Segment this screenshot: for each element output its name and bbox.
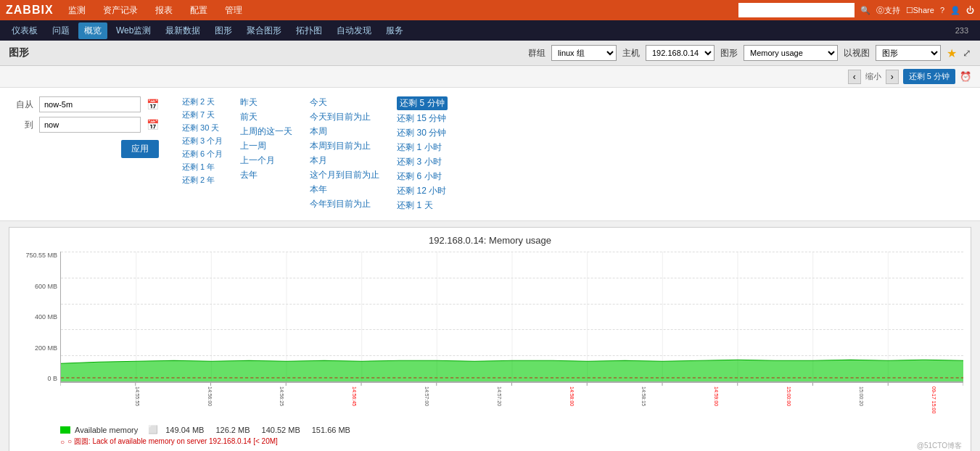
quick-links-col3: 今天 今天到目前为止 本周 本周到目前为止 本月 这个月到目前为止 本年 今年到… [310,96,379,212]
view-select[interactable]: 图形 [876,45,941,61]
x-label-6: 14:57:20 [497,386,502,406]
quick-link-year-so-far[interactable]: 今年到目前为止 [310,198,379,210]
datetime-section: 自从 📅 到 📅 应用 还剩 2 天 还剩 7 天 还剩 30 天 还剩 3 个… [0,88,980,221]
chart-title: 192.168.0.14: Memory usage [17,235,963,246]
top-nav-assets[interactable]: 资产记录 [100,3,141,18]
quick-link-month-so-far[interactable]: 这个月到目前为止 [310,169,379,181]
app-logo: ZABBIX [6,4,54,17]
warning-text: ○ 圆圆: Lack of available memory on server… [67,436,278,447]
quick-link-15min[interactable]: 还剩 15 分钟 [397,112,447,125]
quick-links-col4: 还剩 5 分钟 还剩 15 分钟 还剩 30 分钟 还剩 1 小时 还剩 3 小… [397,96,447,212]
to-calendar-icon[interactable]: 📅 [147,119,159,131]
nav-overview[interactable]: 概览 [78,22,107,39]
quick-link-12hours[interactable]: 还剩 12 小时 [397,185,447,197]
y-label-bottom: 0 B [47,375,57,382]
x-label-9: 14:59:00 [714,386,719,406]
active-period-btn[interactable]: 还剩 5 分钟 [903,69,955,84]
favorite-icon[interactable]: ★ [947,46,957,60]
prev-time-btn[interactable]: ‹ [848,70,861,84]
quick-link-2years[interactable]: 还剩 2 年 [182,175,223,186]
global-search-input[interactable] [738,3,855,17]
quick-link-5min[interactable]: 还剩 5 分钟 [397,96,447,110]
expand-icon[interactable]: ⤢ [963,47,971,59]
from-row: 自从 📅 [12,96,159,112]
grid-h-20 [61,278,963,278]
top-bar-right: 🔍 ⓪支持 ☐Share ? 👤 ⏻ [738,3,974,17]
search-icon[interactable]: 🔍 [860,6,870,15]
from-input[interactable] [39,96,141,112]
from-calendar-icon[interactable]: 📅 [147,99,159,110]
top-nav-report[interactable]: 报表 [152,3,176,18]
from-label: 自从 [12,99,33,111]
x-label-5: 14:57:00 [424,386,429,406]
quick-link-last-year[interactable]: 去年 [240,169,292,181]
quick-link-last-month[interactable]: 上一个月 [240,154,292,167]
y-label-600: 600 MB [35,283,57,290]
quick-link-30min[interactable]: 还剩 30 分钟 [397,127,447,139]
legend-color-available [60,426,70,434]
quick-link-today-so-far[interactable]: 今天到目前为止 [310,111,379,123]
quick-link-30days[interactable]: 还剩 30 天 [182,123,223,133]
quick-link-1day[interactable]: 还剩 1 天 [397,199,447,212]
group-select[interactable]: linux 组 [551,45,617,61]
second-nav-bar: 仪表板 问题 概览 Web监测 最新数据 图形 聚合图形 拓扑图 自动发现 服务… [0,20,980,41]
top-nav-config[interactable]: 配置 [187,3,210,18]
host-label: 主机 [622,47,640,59]
nav-service[interactable]: 服务 [380,22,409,39]
top-nav-monitor[interactable]: 监测 [65,3,88,18]
quick-link-this-year[interactable]: 本年 [310,183,379,196]
top-nav-admin[interactable]: 管理 [222,3,245,18]
grid-h-40 [61,304,963,305]
quick-link-1year[interactable]: 还剩 1 年 [182,162,223,173]
nav-graphs[interactable]: 图形 [209,22,238,39]
nav-topology[interactable]: 拓扑图 [290,22,328,39]
page-title: 图形 [9,46,29,59]
share-link[interactable]: ☐Share [906,6,934,15]
user-icon[interactable]: 👤 [950,6,960,15]
quick-link-6hours[interactable]: 还剩 6 小时 [397,170,447,183]
apply-btn[interactable]: 应用 [121,140,159,158]
logout-icon[interactable]: ⏻ [966,6,974,15]
nav-latest-data[interactable]: 最新数据 [160,22,206,39]
quick-link-week-so-far[interactable]: 本周到目前为止 [310,140,379,152]
quick-link-7days[interactable]: 还剩 7 天 [182,109,223,120]
x-label-2: 14:56:00 [207,386,213,406]
nav-web-monitor[interactable]: Web监测 [110,22,157,39]
y-label-top: 750.55 MB [25,252,57,259]
quick-link-6months[interactable]: 还剩 6 个月 [182,149,223,160]
chart-area: 750.55 MB 600 MB 400 MB 200 MB 0 B [17,252,963,382]
nav-aggregate[interactable]: 聚合图形 [241,22,287,39]
quick-link-1hour[interactable]: 还剩 1 小时 [397,141,447,154]
nav-dashboard[interactable]: 仪表板 [6,22,44,39]
warning-icon: ○ [60,438,65,446]
nav-discovery[interactable]: 自动发现 [331,22,377,39]
host-select[interactable]: 192.168.0.14 [646,45,715,61]
legend-min: 149.04 MB [165,426,204,434]
quick-link-3hours[interactable]: 还剩 3 小时 [397,156,447,168]
grid-h-60 [61,329,963,330]
next-time-btn[interactable]: › [886,70,899,84]
watermark: @51CTO博客 [917,441,962,451]
quick-link-this-week[interactable]: 本周 [310,125,379,138]
view-label: 以视图 [844,47,870,59]
quick-link-yesterday[interactable]: 昨天 [240,96,292,109]
y-label-400: 400 MB [35,313,57,320]
question-icon[interactable]: ? [940,6,944,15]
x-label-4: 14:56:45 [352,386,357,406]
quick-link-this-month[interactable]: 本月 [310,154,379,167]
x-label-1: 14:55:55 [135,386,140,406]
quick-link-day-before[interactable]: 前天 [240,111,292,123]
to-input[interactable] [39,117,141,133]
to-row: 到 📅 [12,117,159,133]
clock-icon[interactable]: ⏰ [960,71,971,82]
quick-link-same-day-last-week[interactable]: 上周的这一天 [240,125,292,138]
graph-select[interactable]: Memory usage [744,45,838,61]
quick-link-2days[interactable]: 还剩 2 天 [182,96,223,107]
quick-link-today[interactable]: 今天 [310,96,379,109]
quick-link-last-week[interactable]: 上一周 [240,140,292,152]
support-link[interactable]: ⓪支持 [876,5,900,16]
group-label: 群组 [528,47,545,59]
quick-link-3months[interactable]: 还剩 3 个月 [182,136,223,146]
nav-problems[interactable]: 问题 [46,22,75,39]
counter-badge: 233 [955,26,974,35]
